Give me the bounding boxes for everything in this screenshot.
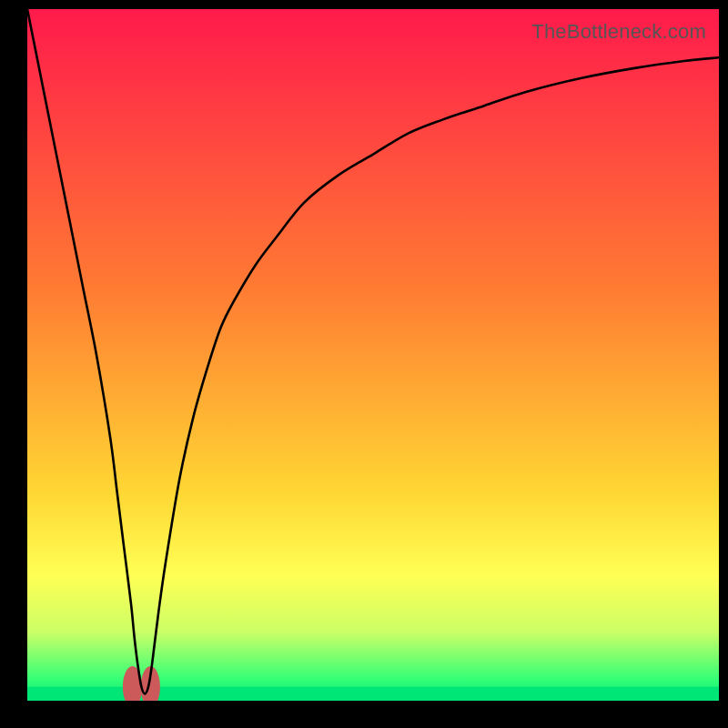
chart-plot-area: TheBottleneck.com — [27, 9, 719, 701]
chart-svg — [27, 9, 719, 701]
chart-frame: TheBottleneck.com — [0, 0, 728, 728]
